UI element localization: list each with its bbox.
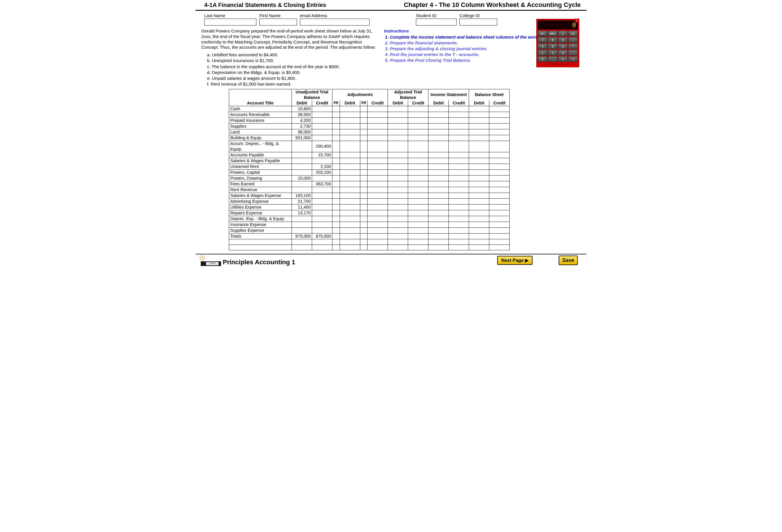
worksheet-cell[interactable] — [332, 227, 340, 233]
worksheet-cell[interactable] — [367, 199, 388, 204]
worksheet-cell[interactable] — [388, 216, 408, 222]
worksheet-cell[interactable] — [469, 117, 489, 123]
worksheet-cell[interactable] — [469, 239, 489, 245]
worksheet-cell[interactable] — [340, 245, 360, 250]
worksheet-cell[interactable] — [489, 129, 510, 135]
worksheet-cell[interactable] — [449, 233, 469, 239]
worksheet-cell[interactable] — [340, 187, 360, 192]
worksheet-cell[interactable] — [408, 227, 428, 233]
close-icon[interactable]: x — [575, 19, 579, 23]
worksheet-cell[interactable] — [332, 106, 340, 112]
worksheet-cell[interactable] — [408, 106, 428, 112]
worksheet-cell[interactable] — [469, 210, 489, 216]
worksheet-cell[interactable] — [428, 169, 449, 175]
calc-key-/[interactable]: / — [568, 37, 578, 43]
worksheet-cell[interactable] — [332, 210, 340, 216]
worksheet-cell[interactable] — [449, 199, 469, 204]
worksheet-cell[interactable] — [428, 164, 449, 169]
worksheet-cell[interactable] — [428, 175, 449, 181]
worksheet-cell[interactable] — [367, 204, 388, 210]
worksheet-cell[interactable] — [332, 216, 340, 222]
worksheet-cell[interactable] — [428, 117, 449, 123]
worksheet-cell[interactable] — [489, 141, 510, 152]
worksheet-cell[interactable] — [360, 210, 367, 216]
calc-key-.[interactable]: . — [548, 56, 558, 62]
worksheet-cell[interactable] — [469, 233, 489, 239]
worksheet-cell[interactable] — [449, 112, 469, 117]
worksheet-cell[interactable] — [408, 233, 428, 239]
worksheet-cell[interactable] — [408, 187, 428, 192]
worksheet-cell[interactable] — [360, 135, 367, 141]
worksheet-cell[interactable] — [469, 187, 489, 192]
worksheet-cell[interactable] — [469, 227, 489, 233]
worksheet-cell[interactable] — [340, 169, 360, 175]
worksheet-cell[interactable] — [340, 199, 360, 204]
worksheet-cell[interactable] — [449, 210, 469, 216]
input-email-address[interactable] — [300, 19, 369, 26]
worksheet-cell[interactable] — [469, 141, 489, 152]
calc-key-3[interactable]: 3 — [558, 50, 568, 56]
worksheet-cell[interactable] — [489, 233, 510, 239]
worksheet-cell[interactable] — [388, 233, 408, 239]
worksheet-cell[interactable] — [408, 164, 428, 169]
worksheet-cell[interactable] — [360, 158, 367, 164]
worksheet-cell[interactable] — [360, 233, 367, 239]
worksheet-cell[interactable] — [388, 117, 408, 123]
worksheet-cell[interactable] — [367, 210, 388, 216]
worksheet-cell[interactable] — [332, 129, 340, 135]
worksheet-cell[interactable] — [388, 175, 408, 181]
worksheet-cell[interactable] — [360, 204, 367, 210]
worksheet-cell[interactable] — [388, 152, 408, 158]
worksheet-cell[interactable] — [332, 135, 340, 141]
worksheet-cell[interactable] — [449, 227, 469, 233]
worksheet-cell[interactable] — [360, 175, 367, 181]
worksheet-cell[interactable] — [367, 239, 388, 245]
worksheet-cell[interactable] — [367, 192, 388, 199]
worksheet-cell[interactable] — [340, 210, 360, 216]
worksheet-cell[interactable] — [428, 158, 449, 164]
worksheet-cell[interactable] — [408, 199, 428, 204]
worksheet-cell[interactable] — [388, 227, 408, 233]
worksheet-cell[interactable] — [360, 129, 367, 135]
worksheet-cell[interactable] — [388, 204, 408, 210]
calc-key-5[interactable]: 5 — [548, 43, 558, 49]
worksheet-cell[interactable] — [408, 169, 428, 175]
worksheet-cell[interactable] — [428, 152, 449, 158]
worksheet-cell[interactable] — [449, 141, 469, 152]
worksheet-cell[interactable] — [489, 106, 510, 112]
worksheet-cell[interactable] — [388, 187, 408, 192]
worksheet-cell[interactable] — [489, 175, 510, 181]
worksheet-cell[interactable] — [367, 169, 388, 175]
worksheet-cell[interactable] — [449, 222, 469, 227]
worksheet-cell[interactable] — [428, 210, 449, 216]
worksheet-cell[interactable] — [367, 175, 388, 181]
worksheet-cell[interactable] — [360, 245, 367, 250]
worksheet-cell[interactable] — [332, 222, 340, 227]
worksheet-cell[interactable] — [388, 112, 408, 117]
worksheet-cell[interactable] — [449, 245, 469, 250]
worksheet-cell[interactable] — [367, 158, 388, 164]
worksheet-cell[interactable] — [428, 245, 449, 250]
worksheet-cell[interactable] — [388, 123, 408, 129]
worksheet-cell[interactable] — [408, 129, 428, 135]
worksheet-cell[interactable] — [360, 239, 367, 245]
worksheet-cell[interactable] — [428, 199, 449, 204]
worksheet-cell[interactable] — [449, 216, 469, 222]
worksheet-cell[interactable] — [367, 187, 388, 192]
calculator-widget[interactable]: x 0 M+MRCCCE789/456*123-0.=+ www.aaatuto… — [536, 19, 579, 67]
worksheet-cell[interactable] — [428, 141, 449, 152]
worksheet-cell[interactable] — [332, 204, 340, 210]
calc-key-*[interactable]: * — [568, 43, 578, 49]
worksheet-cell[interactable] — [388, 210, 408, 216]
worksheet-cell[interactable] — [489, 181, 510, 187]
worksheet-cell[interactable] — [360, 227, 367, 233]
worksheet-cell[interactable] — [360, 112, 367, 117]
worksheet-cell[interactable] — [469, 158, 489, 164]
worksheet-cell[interactable] — [388, 129, 408, 135]
worksheet-cell[interactable] — [469, 175, 489, 181]
input-last-name[interactable] — [204, 19, 256, 26]
worksheet-cell[interactable] — [332, 152, 340, 158]
worksheet-cell[interactable] — [469, 123, 489, 129]
worksheet-cell[interactable] — [489, 117, 510, 123]
worksheet-cell[interactable] — [469, 129, 489, 135]
